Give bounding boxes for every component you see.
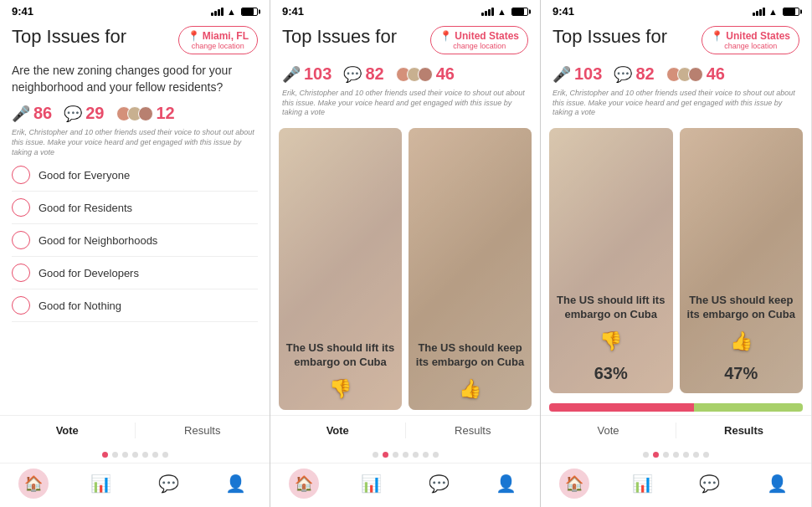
debate-card-text: The US should lift its embargo on Cuba	[285, 341, 395, 370]
location-badge[interactable]: 📍 United States change location	[702, 26, 799, 54]
page-dot-6[interactable]	[703, 452, 709, 458]
status-icons: ▲	[211, 7, 258, 17]
people-count: 46	[707, 64, 725, 84]
home-nav[interactable]: 🏠	[289, 469, 319, 499]
comment-count: 82	[635, 64, 654, 84]
vote-tab-button[interactable]: Vote	[541, 416, 676, 445]
debate-card-1[interactable]: The US should keep its embargo on Cuba👍	[409, 128, 532, 410]
phone-screen-screen1: 9:41 ▲ Top Issues for 📍 Miami, FL change…	[0, 0, 270, 507]
battery-icon	[511, 8, 528, 16]
nav-bar: 🏠📊💬👤	[0, 463, 270, 507]
page-dot-3[interactable]	[132, 452, 138, 458]
radio-circle	[12, 231, 30, 249]
vote-option-0[interactable]: Good for Everyone	[12, 166, 258, 192]
page-dot-0[interactable]	[373, 452, 378, 458]
stats-nav[interactable]: 📊	[357, 469, 387, 499]
page-dot-3[interactable]	[673, 452, 679, 458]
home-nav[interactable]: 🏠	[559, 469, 589, 499]
bottom-tabs: VoteResults	[541, 415, 811, 445]
debate-container: The US should lift its embargo on Cuba👎6…	[541, 123, 811, 398]
people-count: 12	[157, 104, 175, 123]
change-location-link[interactable]: change location	[724, 42, 777, 50]
change-location-link[interactable]: change location	[453, 42, 506, 50]
bottom-tabs: VoteResults	[0, 415, 270, 445]
page-dot-4[interactable]	[413, 452, 419, 458]
results-tab-button[interactable]: Results	[406, 416, 541, 445]
results-tab-button[interactable]: Results	[136, 416, 270, 445]
profile-icon: 👤	[221, 469, 251, 499]
battery-icon	[241, 8, 258, 16]
chat-nav[interactable]: 💬	[153, 469, 183, 499]
profile-nav[interactable]: 👤	[221, 469, 251, 499]
page-dot-0[interactable]	[102, 452, 108, 458]
chat-nav[interactable]: 💬	[424, 469, 454, 499]
vote-tab-button[interactable]: Vote	[270, 416, 405, 445]
location-badge[interactable]: 📍 United States change location	[430, 26, 528, 54]
stats-nav[interactable]: 📊	[627, 469, 657, 499]
debate-card-1[interactable]: The US should keep its embargo on Cuba👍4…	[680, 128, 804, 393]
page-dot-5[interactable]	[693, 452, 699, 458]
page-dot-0[interactable]	[643, 452, 649, 458]
page-dot-6[interactable]	[162, 452, 168, 458]
phone-screen-screen2: 9:41 ▲ Top Issues for 📍 United States ch…	[270, 0, 541, 507]
page-dot-6[interactable]	[433, 452, 439, 458]
vote-tab-button[interactable]: Vote	[0, 416, 135, 445]
thumbdown-icon: 👎	[329, 378, 352, 400]
stats-icon: 📊	[357, 469, 387, 499]
progress-bar-container	[541, 398, 811, 415]
page-dot-1[interactable]	[653, 452, 659, 458]
header-title: Top Issues for	[552, 26, 667, 48]
change-location-link[interactable]: change location	[192, 42, 244, 50]
location-pin-icon: 📍	[188, 30, 200, 42]
profile-nav[interactable]: 👤	[491, 469, 522, 499]
vote-option-4[interactable]: Good for Nothing	[12, 296, 258, 322]
debate-card-0[interactable]: The US should lift its embargo on Cuba👎	[279, 128, 402, 410]
stats-nav[interactable]: 📊	[86, 469, 116, 499]
location-label: United States	[726, 30, 790, 42]
status-bar: 9:41 ▲	[541, 0, 811, 21]
vote-option-1[interactable]: Good for Residents	[12, 198, 258, 224]
debate-card-0[interactable]: The US should lift its embargo on Cuba👎6…	[549, 128, 673, 393]
page-dot-2[interactable]	[663, 452, 669, 458]
page-dots	[541, 445, 811, 463]
people-stat: 46	[396, 64, 455, 84]
page-dot-3[interactable]	[403, 452, 409, 458]
bottom-tabs: VoteResults	[270, 415, 540, 445]
thumbdown-icon: 👎	[599, 330, 622, 352]
wifi-icon: ▲	[227, 7, 236, 17]
voice-count: 103	[574, 64, 602, 84]
comment-stat: 💬 29	[64, 104, 104, 123]
home-nav[interactable]: 🏠	[18, 469, 49, 499]
page-dot-4[interactable]	[683, 452, 689, 458]
friends-text: Erik, Christopher and 10 other friends u…	[0, 126, 270, 162]
radio-circle	[12, 296, 30, 315]
page-dot-1[interactable]	[383, 452, 388, 458]
location-badge[interactable]: 📍 Miami, FL change location	[178, 26, 258, 54]
page-dot-2[interactable]	[393, 452, 398, 458]
page-dot-5[interactable]	[423, 452, 429, 458]
debate-percentage: 63%	[594, 364, 628, 383]
profile-nav[interactable]: 👤	[763, 469, 793, 499]
avatar-group	[116, 106, 153, 121]
signal-icon	[753, 8, 765, 16]
status-icons: ▲	[753, 7, 799, 17]
app-screens: 9:41 ▲ Top Issues for 📍 Miami, FL change…	[0, 0, 812, 507]
chat-nav[interactable]: 💬	[695, 469, 725, 499]
progress-green-segment	[694, 403, 803, 412]
page-dot-4[interactable]	[142, 452, 148, 458]
vote-options: Good for Everyone Good for Residents Goo…	[0, 162, 270, 415]
page-dot-1[interactable]	[112, 452, 118, 458]
status-time: 9:41	[282, 5, 304, 18]
nav-bar: 🏠📊💬👤	[270, 463, 540, 507]
voice-count: 86	[33, 104, 52, 123]
page-dot-2[interactable]	[122, 452, 128, 458]
vote-option-3[interactable]: Good for Developers	[12, 264, 258, 289]
results-tab-button[interactable]: Results	[676, 416, 811, 445]
page-dot-5[interactable]	[152, 452, 158, 458]
radio-circle	[12, 198, 30, 217]
voice-stat: 🎤 86	[12, 104, 52, 123]
debate-card-text: The US should lift its embargo on Cuba	[556, 294, 666, 322]
home-icon: 🏠	[559, 469, 589, 499]
vote-option-2[interactable]: Good for Neighborhoods	[12, 231, 258, 257]
voice-count: 103	[304, 64, 331, 84]
